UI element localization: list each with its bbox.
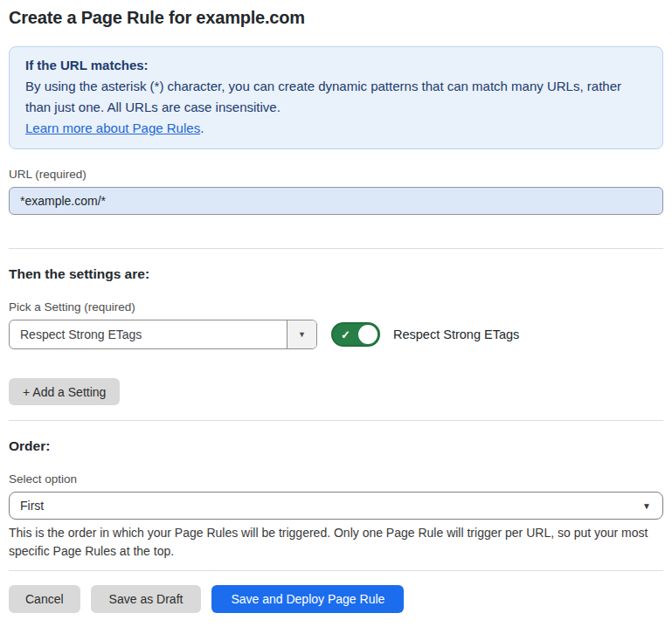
order-select-value: First [20,499,44,513]
info-box-heading: If the URL matches: [25,55,647,76]
url-match-info-box: If the URL matches: By using the asteris… [9,46,663,149]
info-box-link-line: Learn more about Page Rules. [25,118,647,139]
setting-row: Respect Strong ETags ▼ ✓ Respect Strong … [9,320,663,349]
url-input[interactable] [9,187,663,215]
cancel-button[interactable]: Cancel [9,585,80,613]
add-setting-button[interactable]: + Add a Setting [9,378,120,405]
setting-select[interactable]: Respect Strong ETags ▼ [9,320,317,349]
chevron-down-icon: ▼ [298,330,306,339]
learn-more-link[interactable]: Learn more about Page Rules [25,121,200,135]
page-title: Create a Page Rule for example.com [9,8,663,28]
link-suffix: . [200,121,204,135]
check-icon: ✓ [341,329,350,341]
order-heading: Order: [9,438,663,454]
setting-picker-label: Pick a Setting (required) [9,300,663,314]
url-label: URL (required) [9,168,663,181]
info-box-body: By using the asterisk (*) character, you… [25,76,647,118]
divider [9,570,663,571]
setting-select-arrow-button[interactable]: ▼ [287,320,316,348]
divider [9,420,663,421]
order-select[interactable]: First ▼ [9,492,663,520]
order-help-text: This is the order in which your Page Rul… [9,524,660,561]
save-and-deploy-button[interactable]: Save and Deploy Page Rule [211,585,404,613]
setting-toggle[interactable]: ✓ [331,322,380,347]
chevron-down-icon: ▼ [642,501,651,511]
setting-toggle-label: Respect Strong ETags [393,327,519,341]
divider [9,248,663,249]
footer-actions: Cancel Save as Draft Save and Deploy Pag… [9,585,663,613]
setting-select-value: Respect Strong ETags [10,320,287,348]
order-select-label: Select option [9,472,663,486]
save-as-draft-button[interactable]: Save as Draft [91,585,202,613]
settings-heading: Then the settings are: [9,266,663,282]
toggle-knob [358,325,378,344]
create-page-rule-panel: Create a Page Rule for example.com If th… [0,8,672,613]
